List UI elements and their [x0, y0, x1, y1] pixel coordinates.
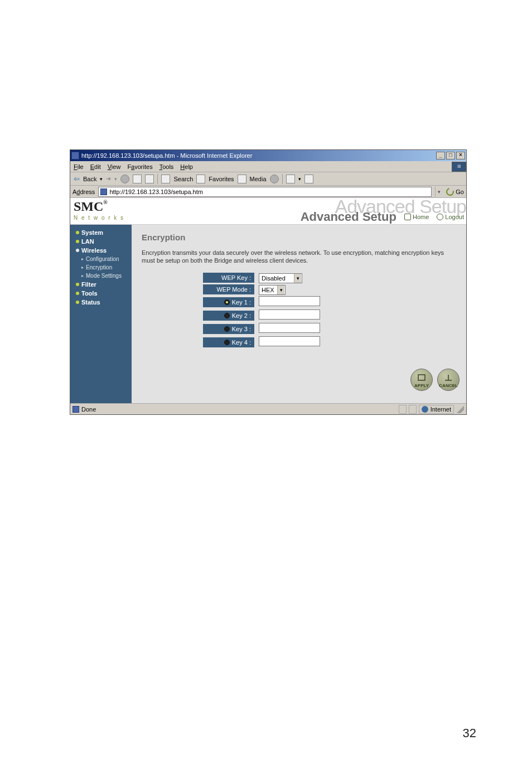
favorites-label[interactable]: Favorites — [209, 176, 234, 182]
sidebar-nav: System LAN Wireless ▸Configuration ▸Encr… — [70, 225, 132, 403]
print-button[interactable] — [304, 175, 313, 183]
window-minimize-button[interactable]: _ — [436, 152, 445, 159]
menu-edit[interactable]: Edit — [90, 163, 101, 170]
svg-rect-0 — [418, 375, 425, 380]
browser-status-bar: Done Internet — [70, 403, 466, 414]
status-page-icon — [72, 406, 79, 413]
menu-file[interactable]: FFileile — [74, 163, 84, 170]
sidebar-item-encryption[interactable]: ▸Encryption — [70, 263, 132, 272]
key1-input[interactable] — [259, 296, 320, 306]
key3-label: Key 3 : — [203, 324, 254, 334]
mail-button[interactable] — [286, 175, 295, 183]
encryption-form: WEP Key : Disabled WEP Mode : HEX — [203, 273, 456, 349]
standard-toolbar: ⇦ Back ▾ ➔ ▾ Search Favorites Media ▾ — [70, 172, 466, 186]
internet-zone-icon — [422, 406, 428, 413]
sidebar-item-system[interactable]: System — [70, 228, 132, 237]
favorites-icon[interactable] — [196, 175, 205, 183]
resize-grip-icon[interactable] — [456, 405, 464, 413]
wep-key-label: WEP Key : — [203, 273, 254, 283]
smc-logo-subtitle: N e t w o r k s — [74, 215, 124, 221]
panel-description: Encryption transmits your data securely … — [142, 249, 456, 265]
sidebar-item-lan[interactable]: LAN — [70, 237, 132, 246]
forward-dropdown-arrow[interactable]: ▾ — [114, 176, 117, 182]
menu-help[interactable]: Help — [180, 163, 193, 170]
key2-label: Key 2 : — [203, 311, 254, 321]
status-zone: Internet — [419, 405, 454, 414]
wep-mode-selected-value: HEX — [262, 287, 274, 293]
mail-dropdown-arrow[interactable]: ▾ — [298, 176, 301, 182]
window-title: http://192.168.123.103/setupa.htm - Micr… — [81, 152, 252, 159]
address-bar-row: Address http://192.168.123.103/setupa.ht… — [70, 186, 466, 198]
ie-icon — [71, 152, 79, 159]
page-icon — [100, 188, 107, 195]
sidebar-item-configuration[interactable]: ▸Configuration — [70, 255, 132, 263]
key1-radio[interactable] — [224, 299, 230, 305]
media-label[interactable]: Media — [250, 176, 267, 182]
key2-radio[interactable] — [224, 313, 230, 318]
sidebar-item-status[interactable]: Status — [70, 298, 132, 307]
panel-title: Encryption — [142, 233, 456, 242]
logout-link[interactable]: Logout — [437, 214, 464, 220]
history-button[interactable] — [270, 175, 279, 183]
address-url: http://192.168.123.103/setupa.htm — [109, 188, 203, 195]
home-button[interactable] — [145, 175, 154, 183]
window-maximize-button[interactable]: □ — [446, 152, 455, 159]
go-icon — [445, 186, 456, 197]
forward-button[interactable]: ➔ — [106, 175, 111, 182]
apply-button[interactable]: APPLY — [410, 369, 433, 391]
address-label: Address — [72, 188, 95, 195]
back-button[interactable]: ⇦ — [74, 175, 80, 183]
key4-radio[interactable] — [224, 340, 230, 345]
menu-bar: FFileile Edit View Favorites Tools Help … — [70, 161, 466, 172]
page-content: SMC® N e t w o r k s Advanced Setup Adva… — [70, 198, 466, 403]
status-text: Done — [81, 406, 96, 413]
search-icon[interactable] — [161, 175, 170, 183]
go-label: Go — [456, 188, 464, 195]
brand-header: SMC® N e t w o r k s Advanced Setup Adva… — [70, 198, 466, 225]
menu-view[interactable]: View — [108, 163, 121, 170]
wep-key-select[interactable]: Disabled — [259, 273, 302, 283]
main-panel: Encryption Encryption transmits your dat… — [132, 225, 466, 403]
address-input[interactable]: http://192.168.123.103/setupa.htm — [98, 187, 432, 197]
menu-tools[interactable]: Tools — [159, 163, 174, 170]
media-icon[interactable] — [238, 175, 246, 183]
wep-mode-label: WEP Mode : — [203, 284, 254, 294]
sidebar-item-mode-settings[interactable]: ▸Mode Settings — [70, 272, 132, 280]
search-label[interactable]: Search — [173, 176, 193, 182]
logout-icon — [437, 214, 443, 220]
windows-flag-icon: ⊞ — [452, 162, 466, 172]
sidebar-item-tools[interactable]: Tools — [70, 289, 132, 298]
smc-logo: SMC® — [74, 199, 108, 214]
window-close-button[interactable]: × — [456, 152, 465, 159]
go-button[interactable]: Go — [446, 188, 464, 196]
key2-input[interactable] — [259, 309, 320, 320]
back-label[interactable]: Back — [83, 176, 96, 182]
back-dropdown-arrow[interactable]: ▾ — [100, 176, 103, 182]
cancel-button[interactable]: CANCEL — [437, 369, 460, 391]
key3-input[interactable] — [259, 323, 320, 333]
advanced-setup-heading: Advanced Setup — [301, 210, 396, 224]
page-number: 32 — [463, 726, 476, 741]
home-link[interactable]: Home — [404, 214, 429, 220]
key4-input[interactable] — [259, 336, 320, 346]
wep-mode-select[interactable]: HEX — [259, 285, 286, 295]
sidebar-item-wireless[interactable]: Wireless — [70, 246, 132, 255]
browser-window: http://192.168.123.103/setupa.htm - Micr… — [70, 149, 467, 415]
stop-button[interactable] — [120, 175, 129, 183]
address-dropdown-arrow[interactable]: ▾ — [435, 187, 443, 197]
key3-radio[interactable] — [224, 326, 230, 332]
apply-icon — [416, 373, 427, 383]
window-titlebar: http://192.168.123.103/setupa.htm - Micr… — [70, 150, 466, 161]
sidebar-item-filter[interactable]: Filter — [70, 280, 132, 289]
wep-key-selected-value: Disabled — [262, 275, 286, 282]
menu-favorites[interactable]: Favorites — [127, 163, 152, 170]
home-icon — [404, 214, 411, 220]
key1-label: Key 1 : — [203, 297, 254, 307]
key4-label: Key 4 : — [203, 337, 254, 347]
cancel-icon — [443, 373, 454, 383]
refresh-button[interactable] — [133, 175, 142, 183]
